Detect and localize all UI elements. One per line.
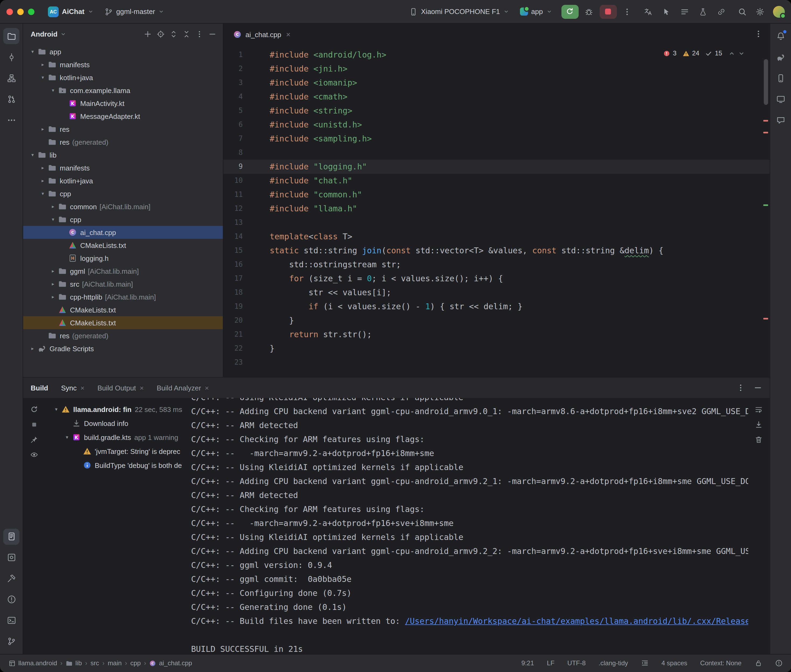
build-tree-item-buildtype-debug-is-both-de[interactable]: BuildType 'debug' is both de	[45, 458, 191, 472]
breadcrumb-main[interactable]: main	[107, 659, 122, 667]
build-tree-item-llama-android-fin[interactable]: ▾llama.android: fin22 sec, 583 ms	[45, 402, 191, 416]
tree-item-mainactivity-kt[interactable]: KMainActivity.kt	[23, 97, 223, 110]
indent-options[interactable]	[641, 659, 649, 667]
build-tree-item-jvmtarget-string-is-deprec[interactable]: 'jvmTarget: String' is deprec	[45, 444, 191, 458]
code-line-21[interactable]: 21 return str.str();	[223, 328, 770, 341]
stripe-mark[interactable]	[763, 132, 768, 133]
code-line-19[interactable]: 19 if (i < values.size() - 1) { str << d…	[223, 299, 770, 314]
breadcrumb-ai-chat-cpp[interactable]: Cai_chat.cpp	[149, 659, 192, 667]
previous-issue-icon[interactable]	[728, 50, 735, 57]
hide-panel-icon[interactable]	[208, 30, 217, 38]
code-line-4[interactable]: 4#include <cmath>	[223, 90, 770, 104]
code-line-2[interactable]: 2#include <jni.h>	[223, 62, 770, 76]
pointer-icon[interactable]	[659, 5, 674, 19]
tree-item-kotlin-java[interactable]: ▸kotlin+java	[23, 174, 223, 187]
close-tab-icon[interactable]: ×	[140, 384, 144, 391]
code-line-13[interactable]: 13	[223, 216, 770, 230]
code-line-22[interactable]: 22}	[223, 341, 770, 355]
editor-options-icon[interactable]	[754, 29, 762, 38]
tree-item-res[interactable]: res(generated)	[23, 329, 223, 342]
chevron-down-icon[interactable]: ▾	[39, 191, 47, 196]
file-encoding[interactable]: UTF-8	[567, 659, 586, 667]
tree-item-cmakelists-txt[interactable]: CMakeLists.txt	[23, 316, 223, 329]
chevron-down-icon[interactable]: ▾	[29, 49, 37, 54]
build-options-icon[interactable]	[736, 384, 745, 392]
build-window-title[interactable]: Build	[30, 384, 48, 392]
code-line-10[interactable]: 10#include "chat.h"	[223, 174, 770, 188]
chevron-right-icon[interactable]: ▸	[39, 62, 47, 67]
app-quality-insights-icon[interactable]	[772, 112, 789, 128]
chevron-down-icon[interactable]: ▾	[29, 152, 37, 158]
tree-item-common[interactable]: ▸common[AiChat.lib.main]	[23, 200, 223, 213]
code-line-20[interactable]: 20 }	[223, 314, 770, 328]
tree-item-gradle-scripts[interactable]: ▸Gradle Scripts	[23, 342, 223, 355]
logcat-icon[interactable]	[3, 528, 19, 544]
stripe-mark[interactable]	[763, 204, 768, 206]
tree-item-cmakelists-txt[interactable]: CMakeLists.txt	[23, 303, 223, 316]
code-line-6[interactable]: 6#include <unistd.h>	[223, 118, 770, 132]
clear-all-icon[interactable]	[755, 436, 763, 444]
scroll-to-end-icon[interactable]	[755, 421, 763, 429]
stripe-mark[interactable]	[763, 120, 768, 122]
chevron-right-icon[interactable]: ▸	[39, 126, 47, 132]
project-widget[interactable]: AC AiChat	[44, 4, 98, 19]
select-opened-file-icon[interactable]	[157, 30, 165, 38]
scrollbar-thumb[interactable]	[764, 59, 768, 105]
tree-item-cpp-httplib[interactable]: ▸cpp-httplib[AiChat.lib.main]	[23, 290, 223, 303]
tree-item-kotlin-java[interactable]: ▾kotlin+java	[23, 71, 223, 84]
chevron-down-icon[interactable]: ▾	[49, 217, 57, 222]
code-line-23[interactable]: 23	[223, 355, 770, 370]
pull-requests-icon[interactable]	[3, 91, 19, 107]
breadcrumb-src[interactable]: src	[90, 659, 99, 667]
build-icon[interactable]	[3, 570, 19, 587]
tree-item-messageadapter-kt[interactable]: KMessageAdapter.kt	[23, 110, 223, 123]
code-line-7[interactable]: 7#include <sampling.h>	[223, 132, 770, 146]
code-line-8[interactable]: 8	[223, 146, 770, 160]
project-view-selector[interactable]: Android	[30, 30, 58, 38]
build-tab-build-analyzer[interactable]: Build Analyzer×	[157, 384, 209, 392]
build-tree-item-build-gradle-kts[interactable]: ▾Kbuild.gradle.ktsapp 1 warning	[45, 430, 191, 444]
terminal-icon[interactable]	[3, 612, 19, 629]
close-tab-icon[interactable]: ×	[286, 30, 290, 38]
code-line-18[interactable]: 18 str << values[i];	[223, 286, 770, 299]
zoom-window-button[interactable]	[28, 8, 34, 15]
chevron-right-icon[interactable]: ▸	[39, 178, 47, 183]
console-link[interactable]: /Users/hanyin/Workspace/ai-chat/examples…	[405, 616, 748, 626]
breadcrumb-lib[interactable]: lib	[66, 659, 82, 667]
tree-item-ai-chat-cpp[interactable]: Cai_chat.cpp	[23, 226, 223, 239]
chevron-down-icon[interactable]: ▾	[39, 75, 47, 80]
tree-item-app[interactable]: ▾app	[23, 45, 223, 58]
chevron-right-icon[interactable]: ▸	[49, 204, 57, 209]
chevron-right-icon[interactable]: ▸	[49, 281, 57, 286]
code-area[interactable]: 1#include <android/log.h>2#include <jni.…	[223, 45, 770, 377]
tree-item-com-example-llama[interactable]: ▾com.example.llama	[23, 84, 223, 97]
version-control-icon[interactable]	[3, 633, 19, 650]
file-lock[interactable]	[754, 659, 762, 667]
stop-sync-icon[interactable]	[30, 421, 38, 429]
chevron-right-icon[interactable]: ▸	[49, 268, 57, 274]
editor-tab-ai-chat-cpp[interactable]: C ai_chat.cpp ×	[228, 24, 296, 45]
debug-button[interactable]	[582, 5, 596, 19]
hide-build-panel-icon[interactable]	[753, 384, 762, 392]
running-devices-icon[interactable]	[772, 91, 789, 107]
chevron-down-icon[interactable]: ▾	[52, 406, 60, 412]
tree-item-cpp[interactable]: ▾cpp	[23, 187, 223, 200]
close-window-button[interactable]	[6, 8, 13, 15]
breadcrumb-llama-android[interactable]: llama.android	[9, 659, 57, 667]
chevron-right-icon[interactable]: ▸	[29, 346, 37, 351]
settings-button[interactable]	[753, 5, 767, 19]
tree-item-logging-h[interactable]: Hlogging.h	[23, 252, 223, 265]
code-line-12[interactable]: 12#include "llama.h"	[223, 202, 770, 216]
code-line-17[interactable]: 17 for (size_t i = 0; i < values.size();…	[223, 272, 770, 286]
translate-icon[interactable]	[641, 5, 655, 19]
code-line-14[interactable]: 14template<class T>	[223, 230, 770, 244]
close-tab-icon[interactable]: ×	[205, 384, 209, 391]
tree-item-lib[interactable]: ▾lib	[23, 149, 223, 162]
notifications-status[interactable]	[775, 659, 782, 667]
run-button[interactable]	[561, 5, 578, 19]
problems-icon[interactable]	[3, 591, 19, 608]
soft-wrap-icon[interactable]	[755, 405, 763, 414]
lines-icon[interactable]	[677, 5, 692, 19]
tree-item-cmakelists-txt[interactable]: CMakeLists.txt	[23, 239, 223, 252]
tree-item-ggml[interactable]: ▸ggml[AiChat.lib.main]	[23, 265, 223, 277]
